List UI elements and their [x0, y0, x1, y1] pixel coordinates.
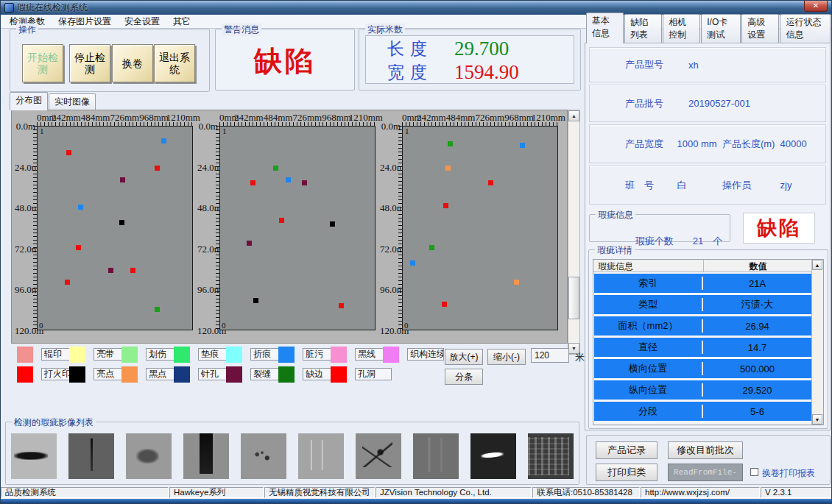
detail-row-5[interactable]: 纵向位置29.520 — [594, 380, 811, 400]
defect-point[interactable] — [445, 166, 451, 171]
defect-point[interactable] — [514, 280, 519, 285]
op-button-3[interactable]: 退出系统 — [154, 44, 195, 82]
detail-key: 直径 — [594, 341, 703, 354]
detail-value: 500.000 — [703, 363, 811, 375]
defect-point[interactable] — [429, 245, 434, 250]
field-label: 班 号 — [625, 179, 677, 192]
defect-point[interactable] — [76, 245, 81, 250]
op-button-0[interactable]: 开始检测 — [22, 44, 63, 82]
legend-swatch — [383, 347, 399, 363]
meters-input[interactable] — [531, 348, 569, 363]
print-classify-button[interactable]: 打印归类 — [596, 464, 658, 481]
defect-thumbnail-4[interactable] — [241, 433, 286, 479]
defect-thumbnail-0[interactable] — [11, 433, 57, 479]
scatter-panel-3: 0mm242mm484mm726mm968mm1210mm0.0m24.0m48… — [380, 112, 561, 343]
distribution-plot-area: 0mm242mm484mm726mm968mm1210mm0.0m24.0m48… — [11, 110, 568, 344]
defect-point[interactable] — [65, 280, 70, 285]
scroll-up-icon[interactable]: ▲ — [568, 110, 579, 121]
defect-point[interactable] — [339, 303, 344, 308]
defect-point[interactable] — [161, 138, 166, 143]
defect-thumbnail-9[interactable] — [528, 433, 574, 479]
defect-thumbnail-2[interactable] — [126, 433, 172, 479]
defect-point[interactable] — [279, 218, 284, 223]
defect-point[interactable] — [410, 260, 415, 266]
modify-batch-button[interactable]: 修改目前批次 — [668, 441, 743, 459]
detail-value: 21A — [703, 278, 811, 289]
plot-scrollbar[interactable]: ▲ ▼ — [568, 110, 580, 355]
detail-row-4[interactable]: 横向位置500.000 — [594, 359, 811, 378]
defect-thumbnail-1[interactable] — [68, 433, 114, 479]
panel-top-marker: 1 — [40, 127, 44, 135]
defect-thumbnail-5[interactable] — [298, 433, 344, 479]
defect-point[interactable] — [442, 302, 447, 307]
defect-point[interactable] — [488, 180, 493, 185]
plot-canvas-1: 10 — [37, 126, 193, 330]
defect-point[interactable] — [443, 203, 448, 208]
detail-row-6[interactable]: 分段5-6 — [594, 402, 811, 421]
tab-right-3[interactable]: I/O卡测试 — [701, 14, 741, 43]
menu-item-2[interactable]: 安全设置 — [118, 14, 166, 29]
defect-point[interactable] — [302, 180, 307, 185]
scrollbar-thumb[interactable] — [568, 277, 579, 319]
y-tick-label: 72.0m — [197, 244, 218, 255]
op-button-2[interactable]: 换卷 — [112, 44, 153, 82]
zoom-out-button[interactable]: 缩小(-) — [487, 349, 526, 365]
tab-left-1[interactable]: 实时图像 — [49, 93, 96, 110]
width-label: 宽度 — [366, 61, 454, 84]
table-scrollbar[interactable]: ▲ ▼ — [811, 260, 823, 425]
detail-row-3[interactable]: 直径14.7 — [594, 338, 811, 357]
defect-point[interactable] — [66, 150, 71, 155]
tab-right-5[interactable]: 运行状态信息 — [780, 14, 831, 43]
defect-point[interactable] — [247, 241, 252, 246]
plot-canvas-3: 10 — [402, 126, 558, 330]
defect-count-label: 瑕疵个数 — [635, 235, 674, 246]
defect-point[interactable] — [253, 298, 258, 303]
defect-point[interactable] — [78, 205, 83, 210]
tab-right-4[interactable]: 高级设置 — [741, 14, 779, 43]
y-tick-label: 120.0m — [15, 325, 35, 337]
defect-thumbnail-6[interactable] — [356, 433, 401, 479]
menu-item-1[interactable]: 保存图片设置 — [52, 14, 118, 29]
scatter-panel-1: 0mm242mm484mm726mm968mm1210mm0.0m24.0m48… — [15, 112, 196, 343]
detail-key: 索引 — [594, 277, 703, 290]
legend-swatch — [121, 347, 138, 363]
close-icon[interactable]: ✕ — [804, 1, 828, 12]
defect-point[interactable] — [155, 166, 160, 171]
detail-row-1[interactable]: 类型污渍-大 — [594, 295, 811, 314]
defect-point[interactable] — [448, 141, 453, 146]
status-segment-1: Hawkeye系列 — [169, 487, 264, 498]
table-scroll-up-icon[interactable]: ▲ — [812, 260, 822, 270]
tab-right-1[interactable]: 缺陷列表 — [624, 14, 662, 43]
defect-point[interactable] — [130, 268, 135, 273]
defect-point[interactable] — [108, 268, 113, 273]
operation-group-label: 操作 — [16, 24, 38, 36]
tab-left-0[interactable]: 分布图 — [10, 92, 48, 110]
read-from-file-button[interactable]: ReadFromFile-SIM — [668, 464, 743, 481]
op-button-1[interactable]: 停止检测 — [69, 44, 110, 82]
detail-row-0[interactable]: 索引21A — [594, 274, 811, 293]
detail-row-2[interactable]: 面积（mm2）26.94 — [594, 316, 811, 336]
status-segment-3: JZVision Technology Co., Ltd. — [376, 487, 532, 498]
defect-point[interactable] — [520, 143, 525, 148]
tab-right-0[interactable]: 基本信息 — [586, 13, 624, 43]
defect-point[interactable] — [330, 221, 335, 227]
table-scroll-down-icon[interactable]: ▼ — [812, 414, 822, 425]
defect-point[interactable] — [155, 307, 160, 312]
defect-thumbnail-3[interactable] — [183, 433, 229, 479]
defect-thumbnail-8[interactable] — [470, 433, 516, 479]
product-record-button[interactable]: 产品记录 — [596, 441, 658, 459]
defect-point[interactable] — [273, 166, 278, 171]
tab-right-2[interactable]: 相机控制 — [663, 14, 700, 43]
split-button[interactable]: 分条 — [445, 369, 483, 385]
defect-point[interactable] — [120, 177, 125, 182]
menu-item-3[interactable]: 其它 — [166, 14, 197, 29]
defect-point[interactable] — [119, 220, 124, 225]
zoom-in-button[interactable]: 放大(+) — [445, 349, 483, 365]
operation-group: 操作 开始检测停止检测换卷退出系统 — [10, 29, 210, 92]
defect-point[interactable] — [286, 177, 291, 182]
print-on-roll-change-checkbox[interactable] — [750, 468, 758, 476]
defect-thumbnail-7[interactable] — [413, 433, 459, 479]
defect-point[interactable] — [250, 180, 255, 185]
scatter-panel-2: 0mm242mm484mm726mm968mm1210mm0.0m24.0m48… — [197, 112, 378, 343]
y-tick-label: 72.0m — [380, 244, 401, 255]
